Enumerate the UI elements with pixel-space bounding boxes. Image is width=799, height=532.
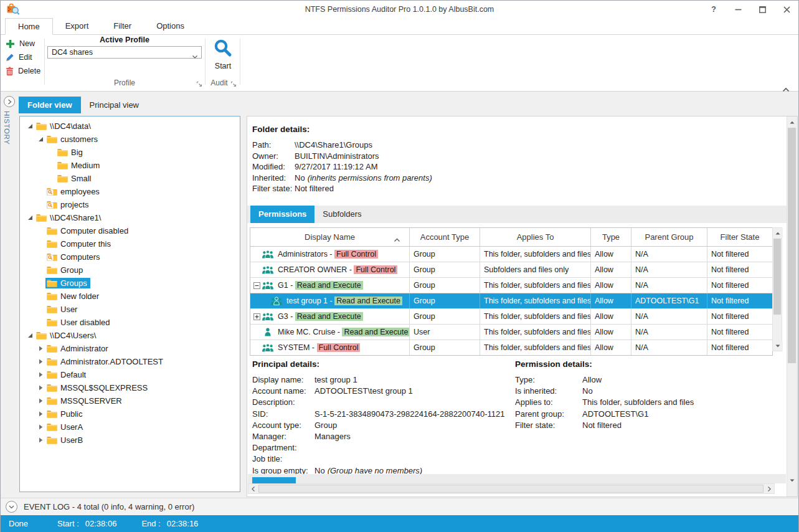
history-expand-button[interactable] bbox=[4, 96, 15, 107]
scroll-right-icon[interactable] bbox=[765, 484, 774, 493]
tree-item[interactable]: Administrator.ADTOOLTEST bbox=[20, 355, 240, 368]
active-profile-combobox[interactable]: DC4 shares bbox=[47, 46, 202, 59]
tree-item[interactable]: Administrator bbox=[20, 342, 240, 355]
expander-closed-icon[interactable] bbox=[35, 437, 45, 443]
table-row[interactable]: G3 - Read and ExecuteGroupThis folder, s… bbox=[250, 309, 772, 325]
expander-open-icon[interactable] bbox=[25, 123, 35, 129]
table-row[interactable]: Mike MC. Cruise - Read and ExecuteUserTh… bbox=[250, 325, 772, 340]
tree-item[interactable]: employees bbox=[20, 185, 240, 198]
tree-item-label: User disabled bbox=[60, 318, 110, 327]
tab-subfolders[interactable]: Subfolders bbox=[314, 206, 369, 223]
tab-history[interactable]: HISTORY bbox=[3, 111, 11, 145]
expander-open-icon[interactable] bbox=[25, 333, 35, 338]
expander-closed-icon[interactable] bbox=[35, 346, 45, 351]
tab-folder-view[interactable]: Folder view bbox=[19, 97, 81, 113]
table-row[interactable]: test group 1 - Read and ExecuteGroupThis… bbox=[250, 293, 772, 309]
tab-principal-view[interactable]: Principal view bbox=[81, 97, 148, 113]
tab-permissions[interactable]: Permissions bbox=[250, 206, 314, 223]
profile-dialog-launcher-icon[interactable] bbox=[196, 79, 203, 86]
tree-item[interactable]: Big bbox=[20, 146, 240, 159]
ribbon-tab-filter[interactable]: Filter bbox=[101, 18, 144, 34]
scrollbar-thumb[interactable] bbox=[773, 239, 781, 315]
tree-item-content: employees bbox=[45, 186, 103, 197]
tree-item[interactable]: Computer this bbox=[20, 237, 240, 250]
tree-item[interactable]: MSSQL$SQLEXPRESS bbox=[20, 381, 240, 394]
collapse-ribbon-icon[interactable] bbox=[782, 83, 790, 88]
column-header-filter-state[interactable]: Filter State bbox=[707, 228, 772, 246]
table-row[interactable]: CREATOR OWNER - Full ControlGroupSubfold… bbox=[250, 262, 772, 278]
tree-item[interactable]: UserA bbox=[20, 420, 240, 434]
audit-dialog-launcher-icon[interactable] bbox=[230, 79, 237, 86]
table-row[interactable]: Administrators - Full ControlGroupThis f… bbox=[250, 247, 772, 262]
status-end-time: 02:38:16 bbox=[167, 519, 199, 528]
expander-closed-icon[interactable] bbox=[35, 359, 45, 364]
scroll-up-icon[interactable] bbox=[773, 228, 783, 238]
column-header-applies-to[interactable]: Applies To bbox=[480, 228, 591, 246]
tree-item[interactable]: Group bbox=[20, 264, 240, 277]
tree-item[interactable]: UserB bbox=[20, 434, 240, 447]
detail-row-label: Inherited: bbox=[252, 173, 295, 184]
tree-item[interactable]: \\DC4\data\ bbox=[20, 120, 240, 133]
ribbon-tab-options[interactable]: Options bbox=[144, 18, 197, 34]
expander-closed-icon[interactable] bbox=[35, 424, 45, 430]
expander-closed-icon[interactable] bbox=[35, 411, 45, 417]
clipped-tab-button[interactable] bbox=[252, 477, 296, 483]
ribbon-tab-home[interactable]: Home bbox=[5, 18, 53, 35]
tree-item[interactable]: projects bbox=[20, 198, 240, 211]
tree-item[interactable]: Groups bbox=[20, 277, 240, 290]
tree-item-content: UserB bbox=[45, 435, 86, 445]
scrollbar-thumb[interactable] bbox=[258, 485, 764, 493]
scroll-down-icon[interactable] bbox=[787, 475, 797, 485]
detail-row-label: Parent group: bbox=[515, 409, 582, 420]
edit-button[interactable]: Edit bbox=[6, 50, 40, 64]
expander-closed-icon[interactable] bbox=[35, 385, 45, 391]
event-log-expand-button[interactable] bbox=[6, 501, 17, 513]
column-header-type[interactable]: Type bbox=[591, 228, 631, 246]
principal-details-title: Principal details: bbox=[252, 359, 516, 369]
expander-open-icon[interactable] bbox=[25, 215, 35, 221]
collapse-row-icon[interactable] bbox=[252, 282, 262, 289]
tree-item[interactable]: MSSQLSERVER bbox=[20, 394, 240, 407]
table-row[interactable]: SYSTEM - Full ControlGroupThis folder, s… bbox=[250, 340, 772, 355]
maximize-button[interactable] bbox=[758, 5, 767, 14]
scroll-down-icon[interactable] bbox=[773, 341, 783, 351]
column-header-display-name[interactable]: Display Name bbox=[250, 228, 410, 246]
scroll-left-icon[interactable] bbox=[248, 484, 258, 493]
table-row[interactable]: G1 - Read and ExecuteGroupThis folder, s… bbox=[250, 278, 772, 293]
column-header-account-type[interactable]: Account Type bbox=[410, 228, 480, 246]
new-button[interactable]: New bbox=[6, 37, 40, 50]
tree-item[interactable]: \\DC4\Users\ bbox=[20, 329, 240, 342]
tree-item[interactable]: User bbox=[20, 303, 240, 316]
minimize-button[interactable] bbox=[734, 5, 742, 14]
cell-type: Allow bbox=[591, 309, 631, 324]
tree-item[interactable]: Medium bbox=[20, 159, 240, 172]
chevron-down-icon[interactable] bbox=[192, 52, 197, 60]
tree-item[interactable]: User disabled bbox=[20, 316, 240, 329]
expander-closed-icon[interactable] bbox=[35, 372, 45, 378]
scrollbar-thumb[interactable] bbox=[788, 128, 796, 363]
detail-row-label: Description: bbox=[252, 397, 314, 408]
horizontal-scrollbar[interactable] bbox=[248, 483, 775, 494]
tree-item[interactable]: New folder bbox=[20, 290, 240, 303]
tree-item[interactable]: \\DC4\Share1\ bbox=[20, 211, 240, 224]
tree-item[interactable]: Computer disabled bbox=[20, 224, 240, 237]
tree-item[interactable]: Computers bbox=[20, 250, 240, 264]
tree-item[interactable]: customers bbox=[20, 133, 240, 146]
close-button[interactable] bbox=[782, 5, 791, 14]
panel-vertical-scrollbar[interactable] bbox=[787, 116, 797, 496]
help-button[interactable]: ? bbox=[709, 5, 718, 14]
tree-item[interactable]: Default bbox=[20, 368, 240, 381]
column-header-parent-group[interactable]: Parent Group bbox=[631, 228, 707, 246]
group-icon bbox=[262, 250, 274, 259]
expander-open-icon[interactable] bbox=[35, 136, 45, 142]
expander-closed-icon[interactable] bbox=[35, 398, 45, 404]
cell-filter-state: Not filtered bbox=[707, 309, 772, 324]
delete-button[interactable]: Delete bbox=[6, 64, 40, 78]
scroll-up-icon[interactable] bbox=[787, 117, 797, 127]
ribbon-tab-export[interactable]: Export bbox=[53, 18, 102, 34]
table-vertical-scrollbar[interactable] bbox=[772, 227, 782, 351]
start-button[interactable]: Start bbox=[207, 38, 239, 70]
tree-item[interactable]: Public bbox=[20, 407, 240, 420]
tree-item[interactable]: Small bbox=[20, 172, 240, 185]
expand-row-icon[interactable] bbox=[252, 313, 262, 320]
